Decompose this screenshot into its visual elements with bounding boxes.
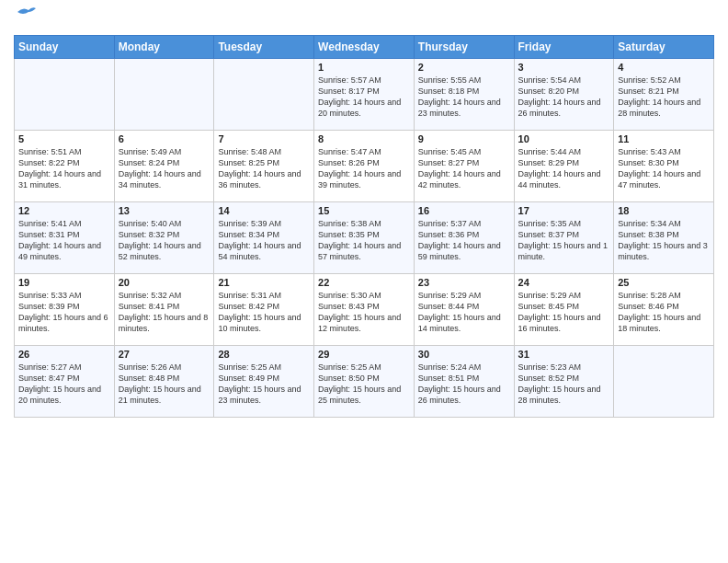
day-info: Sunrise: 5:25 AM Sunset: 8:50 PM Dayligh…	[318, 362, 410, 407]
day-number: 21	[218, 277, 310, 288]
day-info: Sunrise: 5:51 AM Sunset: 8:22 PM Dayligh…	[18, 146, 110, 191]
calendar-cell: 2Sunrise: 5:55 AM Sunset: 8:18 PM Daylig…	[414, 58, 514, 130]
day-info: Sunrise: 5:37 AM Sunset: 8:36 PM Dayligh…	[418, 218, 510, 263]
day-info: Sunrise: 5:31 AM Sunset: 8:42 PM Dayligh…	[218, 290, 310, 335]
calendar-cell: 24Sunrise: 5:29 AM Sunset: 8:45 PM Dayli…	[514, 273, 614, 345]
calendar-cell: 4Sunrise: 5:52 AM Sunset: 8:21 PM Daylig…	[614, 58, 714, 130]
day-info: Sunrise: 5:30 AM Sunset: 8:43 PM Dayligh…	[318, 290, 410, 335]
calendar-cell: 30Sunrise: 5:24 AM Sunset: 8:51 PM Dayli…	[414, 345, 514, 417]
calendar-cell: 8Sunrise: 5:47 AM Sunset: 8:26 PM Daylig…	[314, 130, 415, 201]
day-info: Sunrise: 5:52 AM Sunset: 8:21 PM Dayligh…	[618, 75, 710, 120]
week-row-2: 5Sunrise: 5:51 AM Sunset: 8:22 PM Daylig…	[15, 130, 714, 201]
calendar-cell: 13Sunrise: 5:40 AM Sunset: 8:32 PM Dayli…	[114, 201, 214, 273]
calendar-cell: 6Sunrise: 5:49 AM Sunset: 8:24 PM Daylig…	[114, 130, 214, 201]
day-info: Sunrise: 5:43 AM Sunset: 8:30 PM Dayligh…	[618, 146, 710, 191]
header-sunday: Sunday	[15, 35, 115, 58]
day-info: Sunrise: 5:34 AM Sunset: 8:38 PM Dayligh…	[618, 218, 710, 263]
calendar-cell	[15, 58, 115, 130]
calendar-table: Sunday Monday Tuesday Wednesday Thursday…	[14, 35, 714, 418]
day-number: 28	[218, 349, 310, 360]
day-info: Sunrise: 5:35 AM Sunset: 8:37 PM Dayligh…	[518, 218, 610, 263]
day-info: Sunrise: 5:39 AM Sunset: 8:34 PM Dayligh…	[218, 218, 310, 263]
calendar-cell	[614, 345, 714, 417]
day-info: Sunrise: 5:28 AM Sunset: 8:46 PM Dayligh…	[618, 290, 710, 335]
calendar-cell: 27Sunrise: 5:26 AM Sunset: 8:48 PM Dayli…	[114, 345, 214, 417]
day-info: Sunrise: 5:49 AM Sunset: 8:24 PM Dayligh…	[119, 146, 210, 191]
calendar-cell: 25Sunrise: 5:28 AM Sunset: 8:46 PM Dayli…	[614, 273, 714, 345]
day-number: 25	[618, 277, 710, 288]
day-info: Sunrise: 5:25 AM Sunset: 8:49 PM Dayligh…	[218, 362, 310, 407]
day-info: Sunrise: 5:26 AM Sunset: 8:48 PM Dayligh…	[119, 362, 210, 407]
day-info: Sunrise: 5:33 AM Sunset: 8:39 PM Dayligh…	[18, 290, 110, 335]
calendar-cell: 22Sunrise: 5:30 AM Sunset: 8:43 PM Dayli…	[314, 273, 415, 345]
week-row-1: 1Sunrise: 5:57 AM Sunset: 8:17 PM Daylig…	[15, 58, 714, 130]
calendar-cell: 17Sunrise: 5:35 AM Sunset: 8:37 PM Dayli…	[514, 201, 614, 273]
calendar-cell: 10Sunrise: 5:44 AM Sunset: 8:29 PM Dayli…	[514, 130, 614, 201]
calendar-cell: 29Sunrise: 5:25 AM Sunset: 8:50 PM Dayli…	[314, 345, 415, 417]
day-number: 13	[119, 205, 210, 216]
calendar-cell: 31Sunrise: 5:23 AM Sunset: 8:52 PM Dayli…	[514, 345, 614, 417]
calendar-cell: 21Sunrise: 5:31 AM Sunset: 8:42 PM Dayli…	[214, 273, 314, 345]
calendar-cell: 12Sunrise: 5:41 AM Sunset: 8:31 PM Dayli…	[15, 201, 115, 273]
calendar-cell: 15Sunrise: 5:38 AM Sunset: 8:35 PM Dayli…	[314, 201, 415, 273]
calendar-cell: 26Sunrise: 5:27 AM Sunset: 8:47 PM Dayli…	[15, 345, 115, 417]
day-number: 1	[318, 62, 410, 73]
day-number: 24	[518, 277, 610, 288]
day-number: 17	[518, 205, 610, 216]
logo	[14, 9, 36, 28]
calendar-cell: 18Sunrise: 5:34 AM Sunset: 8:38 PM Dayli…	[614, 201, 714, 273]
day-info: Sunrise: 5:55 AM Sunset: 8:18 PM Dayligh…	[418, 75, 510, 120]
day-info: Sunrise: 5:54 AM Sunset: 8:20 PM Dayligh…	[518, 75, 610, 120]
week-row-4: 19Sunrise: 5:33 AM Sunset: 8:39 PM Dayli…	[15, 273, 714, 345]
day-number: 3	[518, 62, 610, 73]
day-info: Sunrise: 5:38 AM Sunset: 8:35 PM Dayligh…	[318, 218, 410, 263]
calendar-cell: 3Sunrise: 5:54 AM Sunset: 8:20 PM Daylig…	[514, 58, 614, 130]
day-number: 27	[119, 349, 210, 360]
day-number: 16	[418, 205, 510, 216]
day-number: 5	[18, 133, 110, 144]
day-info: Sunrise: 5:29 AM Sunset: 8:45 PM Dayligh…	[518, 290, 610, 335]
header-saturday: Saturday	[614, 35, 714, 58]
calendar-cell	[214, 58, 314, 130]
header-monday: Monday	[114, 35, 214, 58]
day-number: 14	[218, 205, 310, 216]
header-tuesday: Tuesday	[214, 35, 314, 58]
page: Sunday Monday Tuesday Wednesday Thursday…	[0, 0, 728, 563]
day-number: 31	[518, 349, 610, 360]
calendar-cell: 1Sunrise: 5:57 AM Sunset: 8:17 PM Daylig…	[314, 58, 415, 130]
day-number: 20	[119, 277, 210, 288]
day-number: 15	[318, 205, 410, 216]
day-number: 6	[119, 133, 210, 144]
calendar-cell: 7Sunrise: 5:48 AM Sunset: 8:25 PM Daylig…	[214, 130, 314, 201]
calendar-cell: 16Sunrise: 5:37 AM Sunset: 8:36 PM Dayli…	[414, 201, 514, 273]
day-info: Sunrise: 5:40 AM Sunset: 8:32 PM Dayligh…	[119, 218, 210, 263]
day-number: 26	[18, 349, 110, 360]
day-info: Sunrise: 5:57 AM Sunset: 8:17 PM Dayligh…	[318, 75, 410, 120]
header-thursday: Thursday	[414, 35, 514, 58]
day-number: 18	[618, 205, 710, 216]
day-number: 30	[418, 349, 510, 360]
day-number: 22	[318, 277, 410, 288]
weekday-header-row: Sunday Monday Tuesday Wednesday Thursday…	[15, 35, 714, 58]
calendar-cell: 5Sunrise: 5:51 AM Sunset: 8:22 PM Daylig…	[15, 130, 115, 201]
day-info: Sunrise: 5:44 AM Sunset: 8:29 PM Dayligh…	[518, 146, 610, 191]
calendar-cell: 19Sunrise: 5:33 AM Sunset: 8:39 PM Dayli…	[15, 273, 115, 345]
day-number: 11	[618, 133, 710, 144]
calendar-cell: 14Sunrise: 5:39 AM Sunset: 8:34 PM Dayli…	[214, 201, 314, 273]
header-friday: Friday	[514, 35, 614, 58]
day-info: Sunrise: 5:29 AM Sunset: 8:44 PM Dayligh…	[418, 290, 510, 335]
calendar-cell: 23Sunrise: 5:29 AM Sunset: 8:44 PM Dayli…	[414, 273, 514, 345]
day-info: Sunrise: 5:41 AM Sunset: 8:31 PM Dayligh…	[18, 218, 110, 263]
day-number: 4	[618, 62, 710, 73]
day-number: 19	[18, 277, 110, 288]
day-number: 12	[18, 205, 110, 216]
calendar-cell: 28Sunrise: 5:25 AM Sunset: 8:49 PM Dayli…	[214, 345, 314, 417]
day-number: 9	[418, 133, 510, 144]
calendar-cell	[114, 58, 214, 130]
logo-bird-icon	[16, 5, 36, 21]
day-number: 8	[318, 133, 410, 144]
day-number: 7	[218, 133, 310, 144]
day-number: 2	[418, 62, 510, 73]
day-info: Sunrise: 5:23 AM Sunset: 8:52 PM Dayligh…	[518, 362, 610, 407]
calendar-cell: 20Sunrise: 5:32 AM Sunset: 8:41 PM Dayli…	[114, 273, 214, 345]
